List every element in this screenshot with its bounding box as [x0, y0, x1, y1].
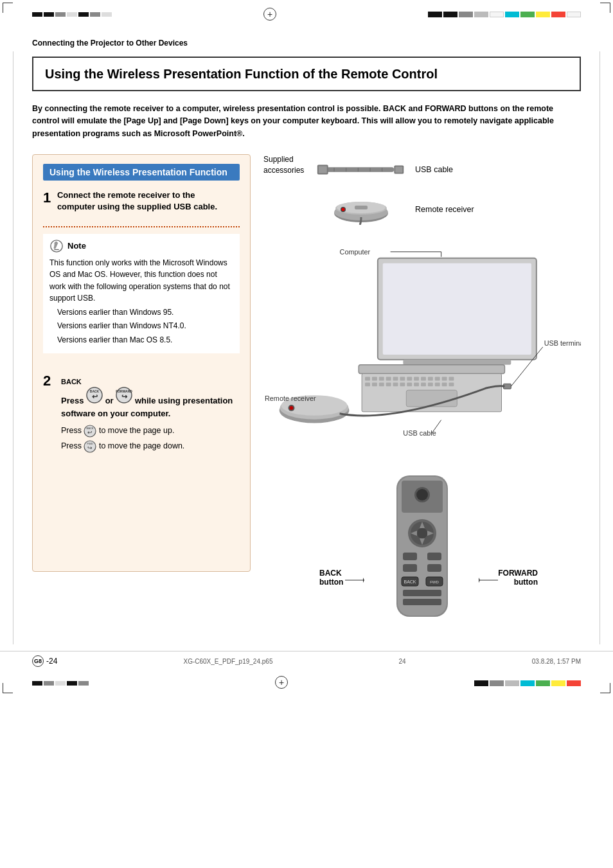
usb-cable-row: USB cable [316, 154, 581, 185]
color-bar-black [428, 12, 442, 17]
color-bar-gray [459, 12, 473, 17]
mark-block [55, 12, 66, 17]
footer-filename: XG-C60X_E_PDF_p19_24.p65 [183, 658, 272, 665]
accessories-label: Supplied accessories [263, 154, 308, 176]
svg-text:USB terminal: USB terminal [544, 339, 581, 347]
svg-rect-41 [393, 377, 398, 381]
intro-paragraph: By connecting the remote receiver to a c… [32, 103, 581, 140]
note-line-3: Versions earlier than Windows NT4.0. [49, 320, 233, 332]
note-line-1: This function only works with the Micros… [49, 257, 233, 305]
remote-receiver-row: Remote receiver [316, 194, 581, 225]
svg-rect-35 [359, 365, 504, 374]
svg-rect-45 [421, 377, 426, 381]
footer-date: 03.8.28, 1:57 PM [532, 658, 581, 665]
page-number-text: -24 [46, 657, 57, 666]
crop-mark-br [600, 683, 610, 693]
color-bar [505, 680, 519, 686]
color-bar-cyan [505, 12, 519, 17]
right-side-mark [600, 51, 600, 644]
svg-rect-61 [442, 383, 447, 387]
svg-rect-42 [400, 377, 405, 381]
svg-point-85 [417, 528, 427, 538]
step2-sub2: Press FWD ↪ to move the page down. [61, 440, 240, 453]
svg-rect-54 [393, 383, 398, 387]
svg-text:↩: ↩ [87, 429, 93, 436]
mark-block [78, 681, 89, 686]
mark-block [102, 12, 112, 17]
step-1-number: 1 [43, 190, 51, 206]
reg-cross [263, 8, 276, 21]
mark-block [32, 12, 42, 17]
svg-rect-98 [403, 590, 441, 596]
svg-rect-52 [379, 383, 384, 387]
svg-rect-60 [435, 383, 440, 387]
mark-block [44, 681, 54, 686]
svg-rect-62 [449, 383, 454, 387]
accessories-items: USB cable [316, 154, 581, 225]
svg-rect-44 [414, 377, 419, 381]
step-1-block: 1 Connect the remote receiver to the com… [43, 190, 240, 213]
svg-rect-17 [319, 166, 327, 173]
page-circle: G8 [32, 655, 44, 667]
forward-arrow-line [479, 574, 498, 587]
svg-rect-50 [365, 383, 370, 387]
left-column: Using the Wireless Presentation Function… [32, 154, 251, 572]
note-line-4: Versions earlier than Mac OS 8.5. [49, 334, 233, 346]
color-bar-red [551, 12, 565, 17]
step-2-block: 2 BACK Press BACK ↩ [43, 373, 240, 454]
note-title: Note [49, 239, 233, 253]
crop-mark-tl [3, 3, 13, 13]
center-reg [263, 8, 276, 21]
bottom-reg-cross [275, 676, 288, 691]
computer-diagram-svg: USB terminal Computer [263, 244, 581, 456]
right-column: Supplied accessories [251, 154, 581, 625]
note-icon [49, 239, 64, 253]
svg-rect-57 [414, 383, 419, 387]
diagram-area: USB terminal Computer [263, 244, 581, 463]
remote-receiver-svg [329, 194, 393, 225]
svg-point-74 [290, 406, 294, 410]
color-bar [567, 680, 581, 686]
step-1-text: Connect the remote receiver to the compu… [57, 190, 231, 213]
svg-text:Remote receiver: Remote receiver [265, 394, 316, 402]
usb-cable-svg [316, 155, 406, 184]
svg-rect-19 [395, 166, 402, 172]
color-bars [428, 12, 581, 17]
svg-marker-101 [363, 578, 364, 583]
back-label: BACK [61, 376, 240, 387]
header-row [0, 0, 613, 26]
step-2-number: 2 [43, 373, 51, 389]
svg-rect-29 [355, 206, 368, 209]
page-number: G8 -24 [32, 655, 57, 667]
svg-rect-58 [421, 383, 426, 387]
color-bar-green [520, 12, 535, 17]
mark-block [67, 681, 77, 686]
back-arrow-line [345, 574, 364, 587]
left-side-mark [13, 51, 13, 644]
mark-block [44, 12, 54, 17]
svg-rect-33 [383, 263, 531, 355]
forward-button-label: FORWARD button [498, 569, 538, 587]
svg-line-77 [432, 420, 441, 434]
color-bar-yellow [536, 12, 550, 17]
svg-rect-46 [428, 377, 433, 381]
mark-block [78, 12, 89, 17]
back-small-icon: BACK ↩ [84, 425, 96, 438]
svg-rect-56 [407, 383, 412, 387]
footer-page-num: 24 [399, 658, 406, 665]
svg-rect-34 [403, 360, 511, 365]
svg-rect-39 [379, 377, 384, 381]
crop-mark-tr [600, 3, 610, 13]
remote-receiver-image [316, 194, 406, 225]
color-bar-white [490, 12, 504, 17]
svg-point-2 [54, 243, 55, 244]
mark-block [32, 681, 42, 686]
forward-btn-wrap: FORWARD ↪ [116, 387, 132, 403]
note-block: Note This function only works with the M… [43, 234, 240, 353]
footer: G8 -24 XG-C60X_E_PDF_p19_24.p65 24 03.8.… [0, 651, 613, 671]
mark-block [67, 12, 77, 17]
mark-block [90, 12, 100, 17]
svg-rect-43 [407, 377, 412, 381]
svg-rect-37 [365, 377, 370, 381]
step2-sub1: Press BACK ↩ to move the page up. [61, 425, 240, 438]
